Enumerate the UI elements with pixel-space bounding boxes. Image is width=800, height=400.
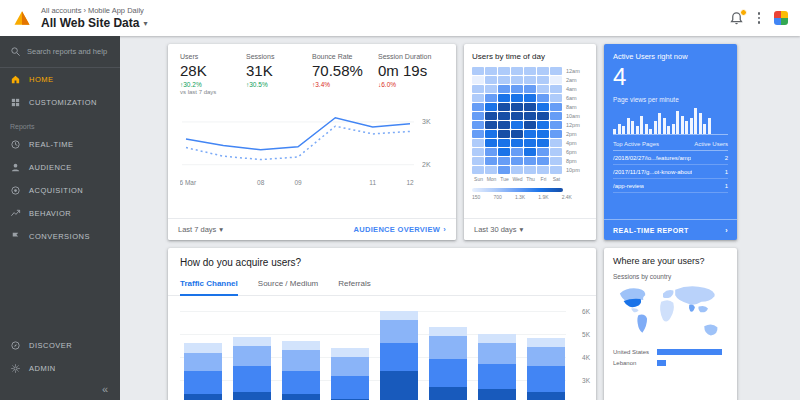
sidebar-item-customization[interactable]: CUSTOMIZATION [0,91,120,114]
heatmap-cell [485,94,497,102]
heatmap-cell [485,103,497,111]
sidebar-item-audience[interactable]: AUDIENCE [0,156,120,179]
heatmap-cell [472,85,484,93]
legend-tick: 2.4K [562,194,572,200]
heatmap-cell [537,139,549,147]
pageviews-bar [640,116,643,134]
brand-logo[interactable] [774,11,788,25]
sidebar-item-home[interactable]: HOME [0,68,120,91]
heatmap-cell [472,130,484,138]
metric-delta: ↑30.2% [180,81,246,88]
y-axis-label: 6K [582,308,590,315]
active-page-link[interactable]: /app-review [613,183,644,189]
pageviews-bar [699,113,702,134]
heatmap-cell [537,166,549,174]
behavior-icon [10,208,21,219]
date-range-selector[interactable]: Last 7 days▾ [178,225,223,234]
heatmap-cell [511,85,523,93]
hour-label: 6pm [566,149,577,155]
pageviews-bar [663,118,666,134]
tab-source-medium[interactable]: Source / Medium [258,276,318,295]
heatmap-cell [550,130,562,138]
chevron-down-icon: ▾ [143,19,147,28]
heatmap-legend-gradient [472,188,563,192]
heatmap-cell [498,157,510,165]
heatmap-title: Users by time of day [472,52,588,61]
bar-segment [331,376,369,399]
reports-section-label: Reports [0,114,120,133]
metric-bounce-rate: Bounce Rate70.58%↑3.4% [312,53,378,95]
caret-icon: ▾ [219,225,223,234]
sidebar-item-label: ADMIN [29,364,56,373]
tab-traffic-channel[interactable]: Traffic Channel [180,276,238,296]
tab-referrals[interactable]: Referrals [338,276,370,295]
analytics-dashboard: All accounts›Mobile App Daily All Web Si… [0,0,800,400]
sidebar-item-real-time[interactable]: REAL-TIME [0,133,120,156]
audience-overview-link[interactable]: AUDIENCE OVERVIEW› [354,225,446,234]
heatmap-cell [472,121,484,129]
audience-overview-card: Users28K↑30.2%vs last 7 daysSessions31K↑… [168,44,456,240]
bar-segment [527,366,565,391]
bar-segment [429,336,467,359]
svg-text:2K: 2K [422,161,431,168]
heatmap-cell [550,121,562,129]
heatmap-cell [537,112,549,120]
bar-segment [184,394,222,400]
more-menu-button[interactable] [756,10,763,26]
heatmap-cell [472,157,484,165]
analytics-logo-icon[interactable] [12,8,32,28]
collapse-sidebar-button[interactable]: « [0,380,120,400]
pageviews-bar [690,118,693,134]
pageviews-bar [667,126,670,134]
breadcrumb: All accounts›Mobile App Daily All Web Si… [41,6,147,30]
metric-sessions: Sessions31K↑30.5% [246,53,312,95]
pageviews-bar [658,113,661,134]
heatmap-cell [511,148,523,156]
search-input[interactable]: Search reports and help [0,36,120,68]
heatmap-cell [472,166,484,174]
pageviews-per-minute-chart [613,107,728,135]
breadcrumb-property[interactable]: Mobile App Daily [88,6,144,15]
metric-delta: ↑30.5% [246,81,312,88]
heatmap-cell [511,103,523,111]
y-axis-label: 5K [582,331,590,338]
heatmap-cell [550,112,562,120]
heatmap-cell [485,76,497,84]
real-time-report-link[interactable]: REAL-TIME REPORT› [604,219,737,240]
legend-tick: 1.9K [538,194,548,200]
bar-segment [331,348,369,357]
breadcrumb-account[interactable]: All accounts [41,6,81,15]
sidebar-item-label: BEHAVIOR [29,209,71,218]
sidebar-item-conversions[interactable]: CONVERSIONS [0,225,120,248]
heatmap-cell [485,112,497,120]
geo-title: Where are your users? [613,256,728,266]
notifications-button[interactable] [729,11,744,26]
admin-icon [10,363,21,374]
pageviews-bar [627,118,630,134]
svg-text:08: 08 [257,179,265,186]
active-page-link[interactable]: /2017/11/17/g...ot-know-about [613,169,692,175]
sidebar-item-discover[interactable]: DISCOVER [0,334,120,357]
sidebar-item-admin[interactable]: ADMIN [0,357,120,380]
sidebar-item-behavior[interactable]: BEHAVIOR [0,202,120,225]
active-page-link[interactable]: /2018/02/27/io...features/amp [613,155,691,161]
heatmap-cell [550,76,562,84]
heatmap-cell [472,112,484,120]
pageviews-bar [636,126,639,134]
heatmap-cell [537,76,549,84]
heatmap-cell [498,148,510,156]
sidebar-item-acquisition[interactable]: ACQUISITION [0,179,120,202]
heatmap-cell [524,157,536,165]
acquisition-tabs: Traffic ChannelSource / MediumReferrals [168,276,596,296]
active-page-users: 1 [725,183,728,189]
hour-label: 2pm [566,131,577,137]
heatmap-cell [472,67,484,75]
stacked-bar [478,334,516,400]
date-range-selector[interactable]: Last 30 days▾ [474,225,523,234]
heatmap-cell [524,121,536,129]
sidebar-item-label: DISCOVER [29,341,72,350]
chevron-right-icon: › [443,225,446,234]
bar-segment [429,359,467,387]
property-selector[interactable]: All Web Site Data ▾ [41,16,147,30]
geo-card: Where are your users? Sessions by countr… [604,248,737,400]
